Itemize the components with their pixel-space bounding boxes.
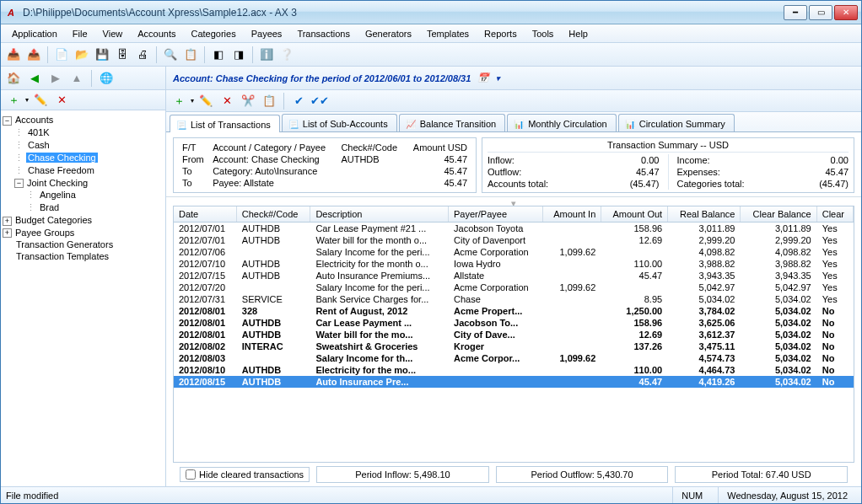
collapse-icon[interactable]: − [3, 116, 12, 126]
info-icon[interactable]: ℹ️ [257, 46, 276, 64]
table-row[interactable]: 2012/08/01328Rent of August, 2012Acme Pr… [174, 305, 854, 317]
nav-toolbar: 🏠 ◀ ▶ ▲ 🌐 [1, 67, 165, 90]
expand-icon[interactable]: + [3, 228, 12, 238]
tree-item-templates[interactable]: Transaction Templates [14, 251, 110, 261]
export-icon[interactable]: 📤 [24, 46, 43, 64]
menu-view[interactable]: View [95, 26, 131, 41]
delete-transaction-icon[interactable]: ✕ [218, 92, 236, 110]
hide-cleared-checkbox[interactable]: Hide cleared transactions [180, 467, 310, 482]
grid-col-7[interactable]: Clear Balance [741, 206, 816, 223]
close-button[interactable]: ✕ [834, 5, 858, 20]
tree-item-cash[interactable]: Cash [26, 140, 51, 150]
grid-col-6[interactable]: Real Balance [668, 206, 741, 223]
tree-item-brad[interactable]: Brad [38, 202, 61, 212]
table-row[interactable]: 2012/08/02INTERACSweatshirt & GroceriesK… [174, 340, 854, 352]
table-row[interactable]: 2012/07/01AUTHDBWater bill for the month… [174, 234, 854, 246]
add-icon[interactable]: ＋ [4, 91, 23, 110]
tree-item-angelina[interactable]: Angelina [38, 190, 78, 200]
tree-item-chase-checking[interactable]: Chase Checking [26, 153, 98, 163]
menu-transactions[interactable]: Transactions [289, 26, 358, 41]
tree-item-payee-groups[interactable]: Payee Groups [13, 228, 76, 238]
dropdown-icon[interactable]: ▾ [496, 74, 500, 83]
back-icon[interactable]: ◀ [25, 69, 44, 88]
tab-transactions[interactable]: 📃List of Transactions [170, 115, 280, 132]
tree-item-401k[interactable]: 401K [26, 127, 51, 137]
notes-icon[interactable]: 📋 [181, 46, 200, 64]
menu-tools[interactable]: Tools [525, 26, 562, 41]
grid-col-0[interactable]: Date [174, 206, 236, 223]
menu-payees[interactable]: Payees [244, 26, 290, 41]
accounts-tree[interactable]: −Accounts ⋮401K ⋮Cash ⋮Chase Checking ⋮C… [1, 110, 165, 486]
table-row[interactable]: 2012/07/06Salary Income for the peri...A… [174, 246, 854, 258]
cut-icon[interactable]: ✂️ [239, 92, 257, 110]
transaction-summary: Transaction Summary -- USD Inflow:0.00 O… [482, 137, 854, 193]
tab-monthly[interactable]: 📊Monthly Circulation [507, 114, 617, 131]
print-icon[interactable]: 🖨 [133, 46, 152, 64]
menu-reports[interactable]: Reports [477, 26, 525, 41]
check-all-icon[interactable]: ✔✔ [310, 92, 329, 110]
table-row[interactable]: 2012/08/15AUTHDBAuto Insurance Pre...45.… [174, 376, 854, 388]
help-icon[interactable]: ❔ [277, 46, 296, 64]
left-pane: 🏠 ◀ ▶ ▲ 🌐 ＋ ▾ ✏️ ✕ −Accounts ⋮401K ⋮Cash… [1, 67, 166, 486]
period-inflow: Period Inflow: 5,498.10 [316, 466, 489, 483]
table-row[interactable]: 2012/08/03Salary Income for th...Acme Co… [174, 352, 854, 364]
tab-balance[interactable]: 📈Balance Transition [399, 114, 506, 131]
table-row[interactable]: 2012/07/20Salary Income for the peri...A… [174, 281, 854, 293]
tree-item-chase-freedom[interactable]: Chase Freedom [26, 165, 96, 175]
transactions-grid[interactable]: DateCheck#/CodeDescriptionPayer/PayeeAmo… [173, 206, 854, 463]
tab-subaccounts[interactable]: 📃List of Sub-Accounts [282, 114, 397, 131]
grid-col-2[interactable]: Description [310, 206, 449, 223]
up-icon[interactable]: ▲ [67, 69, 86, 88]
tree-root[interactable]: Accounts [13, 115, 55, 125]
forward-icon[interactable]: ▶ [46, 69, 65, 88]
table-row[interactable]: 2012/08/01AUTHDBCar Lease Payment ...Jac… [174, 317, 854, 329]
search-icon[interactable]: 🔍 [161, 46, 180, 64]
menu-categories[interactable]: Categories [183, 26, 243, 41]
edit-transaction-icon[interactable]: ✏️ [197, 92, 215, 110]
menu-file[interactable]: File [65, 26, 95, 41]
maximize-button[interactable]: ▭ [809, 5, 832, 20]
table-row[interactable]: 2012/07/10AUTHDBElectricity for the mont… [174, 258, 854, 270]
tab-circulation[interactable]: 📊Circulation Summary [618, 114, 735, 131]
new-file-icon[interactable]: 📄 [52, 46, 71, 64]
calendar-icon[interactable]: 📅 [477, 72, 489, 83]
dropdown-icon[interactable]: ▾ [191, 97, 194, 105]
menu-accounts[interactable]: Accounts [130, 26, 183, 41]
delete-icon[interactable]: ✕ [52, 91, 71, 110]
save-icon[interactable]: 💾 [93, 46, 111, 64]
check-icon[interactable]: ✔ [289, 92, 308, 110]
col-acp: Account / Category / Payee [209, 142, 337, 153]
transaction-detail: F/T Account / Category / Payee Check#/Co… [173, 137, 477, 193]
grid-col-8[interactable]: Clear [816, 206, 853, 223]
add-transaction-icon[interactable]: ＋ [170, 92, 188, 110]
minimize-button[interactable]: ━ [784, 5, 807, 20]
tree-item-joint[interactable]: Joint Checking [25, 178, 89, 188]
tree-item-budget[interactable]: Budget Categories [13, 215, 94, 225]
globe-icon[interactable]: 🌐 [97, 69, 116, 88]
grid-col-4[interactable]: Amount In [542, 206, 601, 223]
grid-col-1[interactable]: Check#/Code [236, 206, 310, 223]
expand-icon[interactable]: + [3, 217, 12, 226]
paste-icon[interactable]: 📋 [260, 92, 278, 110]
tree-item-generators[interactable]: Transaction Generators [14, 239, 115, 249]
menu-templates[interactable]: Templates [419, 26, 477, 41]
collapse-icon[interactable]: − [14, 179, 24, 188]
menu-application[interactable]: Application [4, 26, 65, 41]
open-file-icon[interactable]: 📂 [73, 46, 91, 64]
import-icon[interactable]: 📥 [4, 46, 23, 64]
panel-right-icon[interactable]: ◨ [229, 46, 248, 64]
grid-col-5[interactable]: Amount Out [601, 206, 668, 223]
table-row[interactable]: 2012/07/31SERVICEBank Service Charges fo… [174, 293, 854, 305]
home-icon[interactable]: 🏠 [4, 69, 23, 88]
menu-help[interactable]: Help [561, 26, 595, 41]
table-row[interactable]: 2012/08/10AUTHDBElectricity for the mo..… [174, 364, 854, 376]
menu-generators[interactable]: Generators [358, 26, 419, 41]
save-all-icon[interactable]: 🗄 [113, 46, 132, 64]
table-row[interactable]: 2012/08/01AUTHDBWater bill for the mo...… [174, 329, 854, 340]
table-row[interactable]: 2012/07/15AUTHDBAuto Insurance Premiums.… [174, 270, 854, 281]
grid-col-3[interactable]: Payer/Payee [449, 206, 543, 223]
edit-icon[interactable]: ✏️ [31, 91, 50, 110]
panel-left-icon[interactable]: ◧ [209, 46, 228, 64]
dropdown-icon[interactable]: ▾ [25, 96, 29, 104]
table-row[interactable]: 2012/07/01AUTHDBCar Lease Payment #21 ..… [174, 223, 854, 235]
